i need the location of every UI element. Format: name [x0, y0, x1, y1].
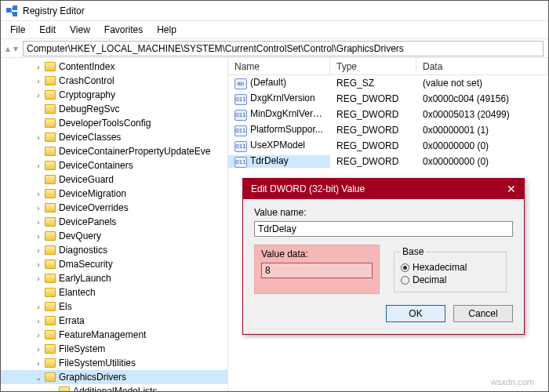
col-data[interactable]: Data — [416, 58, 548, 74]
tree-item[interactable]: ›DevQuery — [1, 229, 227, 243]
watermark: wsxdn.com — [491, 377, 534, 387]
chevron-right-icon[interactable]: › — [34, 331, 43, 339]
folder-icon — [45, 274, 56, 283]
tree-item[interactable]: DeviceContainerPropertyUpdateEve — [1, 144, 227, 158]
chevron-right-icon[interactable]: › — [34, 274, 43, 283]
col-type[interactable]: Type — [330, 58, 416, 74]
chevron-right-icon[interactable]: › — [34, 77, 43, 85]
value-type: REG_DWORD — [330, 156, 416, 167]
tree-item[interactable]: ⌄GraphicsDrivers — [1, 370, 227, 384]
tree-item-label: FileSystem — [59, 343, 105, 354]
tree-item[interactable]: ›Errata — [1, 314, 227, 328]
menubar: File Edit View Favorites Help — [1, 21, 548, 38]
menu-favorites[interactable]: Favorites — [98, 23, 149, 37]
value-name-input[interactable]: TdrDelay — [254, 221, 513, 237]
folder-icon — [45, 147, 56, 156]
tree-item[interactable]: ›DeviceContainers — [1, 158, 227, 172]
list-row[interactable]: PlatformSuppor...REG_DWORD0x00000001 (1) — [228, 122, 548, 138]
tree-item-label: DebugRegSvc — [59, 103, 119, 114]
tree-item[interactable]: ›DeviceClasses — [1, 130, 227, 144]
tree-item[interactable]: ›FeatureManagement — [1, 328, 227, 342]
chevron-right-icon[interactable]: › — [34, 246, 43, 255]
chevron-right-icon[interactable]: › — [34, 260, 43, 269]
chevron-down-icon[interactable]: ⌄ — [34, 373, 43, 382]
menu-help[interactable]: Help — [151, 23, 183, 37]
base-group: Base Hexadecimal Decimal — [387, 245, 513, 294]
tree-item-label: DmaSecurity — [59, 259, 113, 270]
chevron-right-icon[interactable]: › — [34, 218, 43, 227]
tree-panel[interactable]: ›ContentIndex›CrashControl›CryptographyD… — [1, 58, 228, 391]
chevron-right-icon[interactable]: › — [34, 204, 43, 212]
radio-icon — [401, 276, 409, 285]
tree-item-label: DeviceClasses — [59, 132, 121, 143]
tree-item[interactable]: Elantech — [1, 285, 227, 299]
titlebar: Registry Editor — [1, 1, 548, 21]
svg-rect-1 — [13, 5, 17, 10]
tree-item[interactable]: DeviceGuard — [1, 172, 227, 187]
list-row[interactable]: (Default)REG_SZ(value not set) — [228, 75, 548, 91]
tree-item[interactable]: DeveloperToolsConfig — [1, 116, 227, 130]
chevron-right-icon[interactable]: › — [34, 133, 43, 142]
folder-icon — [45, 161, 56, 170]
value-data: 0x0000c004 (49156) — [416, 93, 548, 104]
tree-item[interactable]: ›Diagnostics — [1, 243, 227, 257]
tree-item[interactable]: ›DevicePanels — [1, 215, 227, 229]
down-icon[interactable]: ▾ — [13, 43, 18, 54]
value-name-label: Value name: — [254, 207, 513, 218]
tree-item-label: DeveloperToolsConfig — [59, 118, 151, 129]
list-row[interactable]: DxgKrnlVersionREG_DWORD0x0000c004 (49156… — [228, 91, 548, 107]
tree-item[interactable]: ›CrashControl — [1, 74, 227, 88]
address-input[interactable]: Computer\HKEY_LOCAL_MACHINE\SYSTEM\Curre… — [23, 41, 544, 56]
radio-dec[interactable]: Decimal — [401, 274, 500, 285]
dialog-titlebar[interactable]: Edit DWORD (32-bit) Value ✕ — [243, 179, 524, 199]
tree-item[interactable]: ›ContentIndex — [1, 60, 227, 74]
list-row[interactable]: UseXPModelREG_DWORD0x00000000 (0) — [228, 138, 548, 154]
tree-item[interactable]: ›DeviceMigration — [1, 187, 227, 201]
registry-editor-window: Registry Editor File Edit View Favorites… — [0, 0, 549, 392]
chevron-right-icon[interactable]: › — [34, 359, 43, 368]
tree-item[interactable]: ›Cryptography — [1, 88, 227, 102]
chevron-right-icon[interactable]: › — [34, 190, 43, 198]
dword-value-icon — [235, 157, 247, 168]
chevron-right-icon[interactable]: › — [34, 317, 43, 325]
chevron-right-icon[interactable]: › — [34, 303, 43, 311]
svg-line-4 — [11, 10, 13, 14]
menu-file[interactable]: File — [4, 23, 31, 37]
chevron-right-icon[interactable]: › — [34, 232, 43, 241]
tree-item[interactable]: ›FileSystemUtilities — [1, 356, 227, 370]
folder-icon — [45, 330, 56, 339]
folder-icon — [45, 288, 56, 297]
up-icon[interactable]: ▴ — [5, 43, 10, 54]
tree-item[interactable]: AdditionalModeLists — [1, 384, 227, 391]
tree-item-label: Cryptography — [59, 89, 115, 100]
tree-item-label: Errata — [59, 315, 85, 326]
radio-hex[interactable]: Hexadecimal — [401, 262, 500, 273]
chevron-right-icon[interactable]: › — [34, 162, 43, 170]
tree-item-label: DeviceGuard — [59, 174, 114, 185]
value-name: DxgKrnlVersion — [250, 93, 315, 103]
close-icon[interactable]: ✕ — [507, 183, 516, 195]
tree-item[interactable]: ›EarlyLaunch — [1, 271, 227, 285]
chevron-right-icon[interactable]: › — [34, 345, 43, 354]
chevron-right-icon[interactable]: › — [34, 91, 43, 100]
ok-button[interactable]: OK — [386, 305, 445, 322]
folder-icon — [45, 245, 56, 255]
cancel-button[interactable]: Cancel — [453, 305, 513, 322]
value-data-input[interactable]: 8 — [261, 263, 373, 278]
col-name[interactable]: Name — [228, 58, 330, 74]
tree-item[interactable]: ›DeviceOverrides — [1, 201, 227, 215]
value-name: TdrDelay — [250, 155, 289, 166]
svg-rect-2 — [13, 12, 17, 16]
menu-edit[interactable]: Edit — [33, 23, 62, 37]
list-row[interactable]: TdrDelayREG_DWORD0x00000000 (0) — [228, 154, 548, 169]
tree-item[interactable]: ›Els — [1, 299, 227, 314]
value-type: REG_DWORD — [330, 109, 416, 120]
chevron-right-icon[interactable]: › — [34, 63, 43, 71]
tree-item[interactable]: ›FileSystem — [1, 342, 227, 356]
tree-item-label: DeviceContainerPropertyUpdateEve — [59, 146, 210, 157]
list-row[interactable]: MinDxgKrnlVersi...REG_DWORD0x00005013 (2… — [228, 107, 548, 122]
tree-item-label: FeatureManagement — [59, 329, 146, 340]
tree-item[interactable]: ›DmaSecurity — [1, 257, 227, 271]
menu-view[interactable]: View — [64, 23, 96, 37]
tree-item[interactable]: DebugRegSvc — [1, 102, 227, 116]
